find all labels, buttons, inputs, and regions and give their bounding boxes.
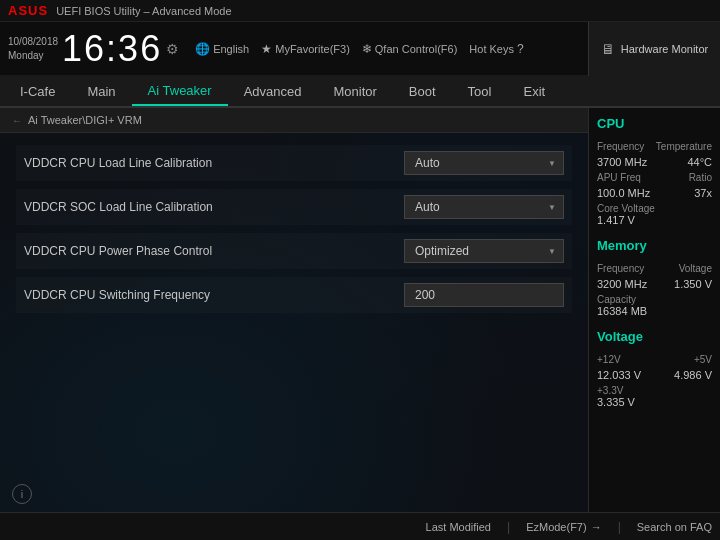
qfan-link[interactable]: ❄ Qfan Control(F6) xyxy=(362,42,458,56)
hw-v5-label: +5V xyxy=(694,354,712,365)
language-link[interactable]: 🌐 English xyxy=(195,42,249,56)
dropdown-wrapper-vddcr-cpu-load: Auto Level 1 Level 2 Level 3 xyxy=(404,151,564,175)
ezmode-label: EzMode(F7) xyxy=(526,521,587,533)
dropdown-vddcr-soc-load[interactable]: Auto Level 1 Level 2 xyxy=(404,195,564,219)
hw-sidebar: CPU Frequency Temperature 3700 MHz 44°C … xyxy=(588,108,720,512)
hw-cpu-ratio-value: 37x xyxy=(694,187,712,199)
hw-mem-freq-val-row: 3200 MHz 1.350 V xyxy=(597,278,712,290)
nav-item-tool[interactable]: Tool xyxy=(452,76,508,106)
hw-cpu-voltage-label: Core Voltage xyxy=(597,203,712,214)
nav-item-exit[interactable]: Exit xyxy=(507,76,561,106)
dropdown-wrapper-vddcr-cpu-power-phase: Auto Optimized Extreme xyxy=(404,239,564,263)
info-icon[interactable]: i xyxy=(12,484,32,504)
hw-memory-group: Memory Frequency Voltage 3200 MHz 1.350 … xyxy=(597,238,712,317)
ezmode-arrow-icon: → xyxy=(591,521,602,533)
hw-v33-value: 3.335 V xyxy=(597,396,712,408)
hw-cpu-apu-label: APU Freq xyxy=(597,172,641,183)
info-section: i xyxy=(0,476,588,512)
hw-voltage-title: Voltage xyxy=(597,329,712,346)
clock-bar: 10/08/2018 Monday 16:36 ⚙ 🌐 English ★ My… xyxy=(0,22,720,76)
breadcrumb-text: Ai Tweaker\DIGI+ VRM xyxy=(28,114,142,126)
bios-title: UEFI BIOS Utility – Advanced Mode xyxy=(56,5,231,17)
setting-control-vddcr-cpu-switching xyxy=(404,283,564,307)
nav-item-advanced[interactable]: Advanced xyxy=(228,76,318,106)
hw-cpu-ratio-label: Ratio xyxy=(689,172,712,183)
setting-control-vddcr-cpu-power-phase: Auto Optimized Extreme xyxy=(404,239,564,263)
day-display: Monday xyxy=(8,49,58,63)
setting-label-vddcr-cpu-load: VDDCR CPU Load Line Calibration xyxy=(24,156,404,170)
setting-row-vddcr-soc-load: VDDCR SOC Load Line Calibration Auto Lev… xyxy=(16,189,572,225)
input-vddcr-cpu-switching[interactable] xyxy=(404,283,564,307)
hw-cpu-freq-row: Frequency Temperature xyxy=(597,141,712,152)
hw-cpu-temp-value: 44°C xyxy=(687,156,712,168)
setting-row-vddcr-cpu-power-phase: VDDCR CPU Power Phase Control Auto Optim… xyxy=(16,233,572,269)
ezmode-item[interactable]: EzMode(F7) → xyxy=(526,521,602,533)
nav-item-monitor[interactable]: Monitor xyxy=(318,76,393,106)
asus-logo: ASUS xyxy=(8,3,48,18)
hw-cpu-voltage-value: 1.417 V xyxy=(597,214,712,226)
date-display: 10/08/2018 xyxy=(8,35,58,49)
monitor-icon: 🖥 xyxy=(601,41,615,57)
hw-mem-volt-value: 1.350 V xyxy=(674,278,712,290)
hw-cpu-freq-val-row: 3700 MHz 44°C xyxy=(597,156,712,168)
date-block: 10/08/2018 Monday xyxy=(8,35,58,63)
fan-icon: ❄ xyxy=(362,42,372,56)
top-links: 🌐 English ★ MyFavorite(F3) ❄ Qfan Contro… xyxy=(195,42,524,56)
last-modified-item[interactable]: Last Modified xyxy=(426,521,491,533)
breadcrumb: ← Ai Tweaker\DIGI+ VRM xyxy=(0,108,588,133)
hw-mem-freq-value: 3200 MHz xyxy=(597,278,647,290)
hw-cpu-apu-value: 100.0 MHz xyxy=(597,187,650,199)
hw-mem-freq-label: Frequency xyxy=(597,263,644,274)
hw-monitor-header: 🖥 Hardware Monitor xyxy=(588,22,720,76)
hw-memory-title: Memory xyxy=(597,238,712,255)
myfavorite-link[interactable]: ★ MyFavorite(F3) xyxy=(261,42,350,56)
hw-v12-row: +12V +5V xyxy=(597,354,712,365)
hw-cpu-group: CPU Frequency Temperature 3700 MHz 44°C … xyxy=(597,116,712,226)
hw-v5-value: 4.986 V xyxy=(674,369,712,381)
search-faq-label: Search on FAQ xyxy=(637,521,712,533)
hw-mem-capacity-label: Capacity xyxy=(597,294,712,305)
clock-settings-icon[interactable]: ⚙ xyxy=(166,41,179,57)
nav-item-main[interactable]: Main xyxy=(71,76,131,106)
hotkey-icon: ? xyxy=(517,42,524,56)
hw-cpu-title: CPU xyxy=(597,116,712,133)
settings-area: VDDCR CPU Load Line Calibration Auto Lev… xyxy=(0,133,588,325)
hw-cpu-freq-label: Frequency xyxy=(597,141,644,152)
hw-mem-volt-label: Voltage xyxy=(679,263,712,274)
bottom-divider-2: | xyxy=(618,520,621,534)
setting-control-vddcr-cpu-load: Auto Level 1 Level 2 Level 3 xyxy=(404,151,564,175)
hw-cpu-temp-label: Temperature xyxy=(656,141,712,152)
dropdown-vddcr-cpu-load[interactable]: Auto Level 1 Level 2 Level 3 xyxy=(404,151,564,175)
setting-label-vddcr-cpu-switching: VDDCR CPU Switching Frequency xyxy=(24,288,404,302)
hw-mem-capacity-value: 16384 MB xyxy=(597,305,712,317)
bottom-bar: Last Modified | EzMode(F7) → | Search on… xyxy=(0,512,720,540)
breadcrumb-arrow-icon: ← xyxy=(12,115,22,126)
hw-cpu-freq-value: 3700 MHz xyxy=(597,156,647,168)
nav-item-aitweaker[interactable]: Ai Tweaker xyxy=(132,76,228,106)
main-layout: ← Ai Tweaker\DIGI+ VRM VDDCR CPU Load Li… xyxy=(0,108,720,512)
last-modified-label: Last Modified xyxy=(426,521,491,533)
hw-v12-val-row: 12.033 V 4.986 V xyxy=(597,369,712,381)
clock-display: 16:36 xyxy=(62,28,162,70)
nav-item-icafe[interactable]: I-Cafe xyxy=(4,76,71,106)
nav-bar: I-Cafe Main Ai Tweaker Advanced Monitor … xyxy=(0,76,720,108)
hw-v12-label: +12V xyxy=(597,354,621,365)
hw-v12-value: 12.033 V xyxy=(597,369,641,381)
nav-item-boot[interactable]: Boot xyxy=(393,76,452,106)
hw-mem-freq-row: Frequency Voltage xyxy=(597,263,712,274)
hw-v33-label: +3.3V xyxy=(597,385,712,396)
left-content: ← Ai Tweaker\DIGI+ VRM VDDCR CPU Load Li… xyxy=(0,108,588,512)
search-faq-item[interactable]: Search on FAQ xyxy=(637,521,712,533)
bottom-divider-1: | xyxy=(507,520,510,534)
dropdown-wrapper-vddcr-soc-load: Auto Level 1 Level 2 xyxy=(404,195,564,219)
setting-row-vddcr-cpu-switching: VDDCR CPU Switching Frequency xyxy=(16,277,572,313)
hw-cpu-apu-row: APU Freq Ratio xyxy=(597,172,712,183)
setting-row-vddcr-cpu-load: VDDCR CPU Load Line Calibration Auto Lev… xyxy=(16,145,572,181)
setting-label-vddcr-soc-load: VDDCR SOC Load Line Calibration xyxy=(24,200,404,214)
hw-cpu-apu-val-row: 100.0 MHz 37x xyxy=(597,187,712,199)
dropdown-vddcr-cpu-power-phase[interactable]: Auto Optimized Extreme xyxy=(404,239,564,263)
setting-label-vddcr-cpu-power-phase: VDDCR CPU Power Phase Control xyxy=(24,244,404,258)
favorite-icon: ★ xyxy=(261,42,272,56)
hw-voltage-group: Voltage +12V +5V 12.033 V 4.986 V +3.3V … xyxy=(597,329,712,408)
hotkeys-link[interactable]: Hot Keys ? xyxy=(469,42,523,56)
